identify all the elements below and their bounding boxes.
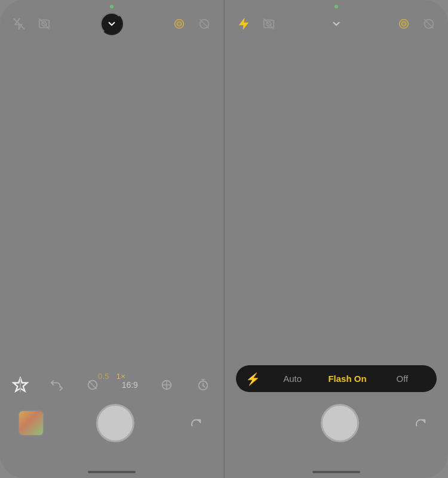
svg-line-11 bbox=[89, 381, 97, 389]
top-bar-right bbox=[225, 6, 448, 42]
home-indicator-right bbox=[312, 471, 360, 473]
no-selfie-button-left[interactable] bbox=[35, 14, 54, 33]
flash-on-icon-right bbox=[237, 17, 250, 30]
shutter-row-left bbox=[0, 404, 223, 442]
tools-row-left: 16:9 bbox=[0, 375, 223, 394]
chevron-down-center-left bbox=[100, 13, 123, 35]
shutter-button-left[interactable] bbox=[96, 404, 134, 442]
bottom-controls-right: ⚡ Auto Flash On Off bbox=[225, 365, 448, 442]
live-photo-tool-btn[interactable] bbox=[47, 375, 66, 394]
flash-off-button-left[interactable] bbox=[10, 14, 29, 33]
chevron-down-center-right bbox=[327, 14, 346, 33]
no-photo-tool-icon bbox=[86, 378, 99, 391]
live-photo-button-left[interactable] bbox=[170, 14, 189, 33]
live-photo-icon-left bbox=[173, 17, 186, 30]
camera-panel-left: 0.5 1× bbox=[0, 0, 224, 478]
top-bar-right-icons-right bbox=[394, 14, 438, 33]
live-photo-tool-icon bbox=[50, 378, 63, 391]
shutter-row-right bbox=[225, 404, 448, 442]
no-photo-tool-btn[interactable] bbox=[83, 375, 102, 394]
bottom-controls-left: 16:9 bbox=[0, 375, 223, 442]
top-bar-left-icons-right bbox=[234, 14, 278, 33]
flash-starburst-icon bbox=[12, 377, 29, 393]
flash-off-icon-left bbox=[13, 17, 26, 30]
rotate-btn-left[interactable] bbox=[186, 414, 205, 433]
top-bar-left bbox=[0, 6, 223, 42]
ratio-btn-left[interactable]: 16:9 bbox=[119, 375, 140, 394]
no-live-icon-right bbox=[422, 17, 435, 30]
no-selfie-button-right[interactable] bbox=[259, 14, 278, 33]
home-indicator-left bbox=[88, 471, 136, 473]
no-live-button-right[interactable] bbox=[419, 14, 438, 33]
rotate-icon-left bbox=[189, 417, 202, 430]
exposure-btn-left[interactable] bbox=[157, 375, 176, 394]
timer-btn-left[interactable] bbox=[194, 375, 213, 394]
flash-off-tool-btn[interactable] bbox=[11, 375, 30, 394]
top-bar-left-icons bbox=[10, 14, 54, 33]
timer-icon-left bbox=[197, 378, 210, 391]
photo-thumbnail-left[interactable] bbox=[18, 410, 44, 436]
live-photo-button-right[interactable] bbox=[394, 14, 413, 33]
no-selfie-icon-right bbox=[262, 17, 275, 30]
no-live-button-left[interactable] bbox=[195, 14, 214, 33]
svg-point-18 bbox=[401, 21, 406, 26]
no-selfie-icon-left bbox=[38, 17, 51, 30]
chevron-down-icon-right bbox=[331, 18, 342, 29]
rotate-btn-right[interactable] bbox=[411, 414, 430, 433]
svg-marker-14 bbox=[240, 18, 248, 29]
flash-off-starburst bbox=[12, 377, 29, 393]
flash-menu-lightning-icon: ⚡ bbox=[246, 373, 260, 385]
camera-panel-right: 0.5 1× ⚡ Auto Flash On Off bbox=[225, 0, 448, 478]
rotate-icon-right bbox=[414, 417, 427, 430]
chevron-down-icon-left bbox=[106, 18, 117, 29]
flash-menu-bar: ⚡ Auto Flash On Off bbox=[236, 365, 437, 392]
chevron-down-button-left[interactable] bbox=[100, 13, 123, 35]
chevron-down-button-right[interactable] bbox=[327, 14, 346, 33]
ratio-label-left: 16:9 bbox=[122, 380, 138, 390]
flash-option-off[interactable]: Off bbox=[377, 371, 427, 386]
shutter-button-right[interactable] bbox=[321, 404, 359, 442]
flash-on-button-right[interactable] bbox=[234, 14, 253, 33]
no-live-icon-left bbox=[198, 17, 211, 30]
top-bar-right-icons-left bbox=[170, 14, 214, 33]
app-container: 0.5 1× bbox=[0, 0, 448, 478]
flash-option-auto[interactable]: Auto bbox=[268, 371, 318, 386]
live-photo-icon-right bbox=[397, 17, 410, 30]
exposure-icon-left bbox=[160, 378, 173, 391]
svg-point-4 bbox=[177, 21, 181, 26]
flash-option-on[interactable]: Flash On bbox=[323, 371, 373, 386]
